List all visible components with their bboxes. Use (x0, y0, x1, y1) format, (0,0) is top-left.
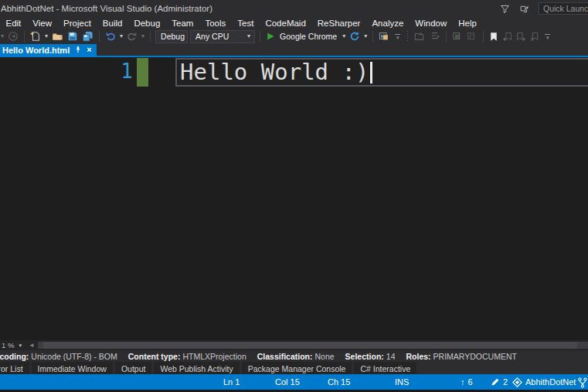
undo-dropdown-icon[interactable]: ▾ (119, 33, 124, 39)
navigate-to-definition-icon[interactable] (428, 29, 441, 43)
comment-selection-icon[interactable] (451, 29, 464, 43)
browser-link-refresh-icon[interactable] (348, 29, 361, 43)
panel-tabs: Error ListImmediate WindowOutputWeb Publ… (0, 362, 416, 374)
uncomment-selection-icon[interactable] (466, 29, 478, 43)
new-file-dropdown-icon[interactable]: ▾ (44, 33, 49, 39)
next-bookmark-icon[interactable] (515, 29, 527, 43)
save-all-icon[interactable] (81, 29, 94, 43)
menu-item-project[interactable]: Project (58, 19, 97, 28)
panel-tab-web-publish-activity[interactable]: Web Publish Activity (154, 362, 239, 374)
redo-icon[interactable] (126, 29, 138, 43)
menu-item-test[interactable]: Test (232, 19, 260, 28)
source-control-icon (512, 377, 522, 387)
scrollbar-thumb[interactable] (43, 342, 577, 349)
menu-item-codemaid[interactable]: CodeMaid (260, 19, 311, 28)
solution-platform-dropdown[interactable]: Any CPU ▾ (190, 30, 255, 43)
menu-item-help[interactable]: Help (453, 19, 483, 28)
info-value: PRIMARYDOCUMENT (433, 352, 517, 361)
tab-hello-world-html[interactable]: Hello World.html × (0, 44, 97, 56)
document-tab-strip: Hello World.html × (0, 44, 588, 56)
new-file-icon[interactable] (29, 29, 42, 43)
menu-item-team[interactable]: Team (166, 19, 199, 28)
menu-item-view[interactable]: View (27, 19, 58, 28)
toggle-bookmark-icon[interactable] (488, 29, 499, 43)
menu-item-tools[interactable]: Tools (199, 19, 232, 28)
toolbar-options-icon[interactable]: ▾ (395, 34, 400, 39)
line-number: 1 (114, 61, 133, 81)
pending-changes-button[interactable]: 2 (491, 377, 508, 387)
previous-bookmark-icon[interactable] (501, 29, 513, 43)
status-bar: Ln 1 Col 15 Ch 15 INS ↑ 6 2 AbhithDotNet (0, 374, 588, 390)
code-editor[interactable]: 1 Hello World :) (0, 56, 588, 340)
standard-toolbar: ▾ ▾ ▾ ▾ Debug ▾ Any C (0, 29, 588, 44)
info-label: Encoding: (0, 352, 29, 361)
pending-changes-count: 2 (503, 377, 508, 387)
save-icon[interactable] (66, 29, 79, 43)
info-value: None (315, 352, 335, 361)
info-label: Classification: (257, 352, 313, 361)
menu-item-debug[interactable]: Debug (128, 19, 166, 28)
toolbar-separator (483, 31, 484, 43)
info-label: Content type: (128, 352, 181, 361)
title-bar: AbhithDotNet - Microsoft Visual Studio (… (0, 0, 588, 17)
panel-tab-c#-interactive[interactable]: C# Interactive (354, 362, 416, 374)
navigate-backward-dropdown-icon[interactable]: ▾ (0, 33, 5, 39)
menu-item-window[interactable]: Window (410, 19, 453, 28)
info-value: 14 (386, 352, 396, 361)
browser-link-dropdown-icon[interactable]: ▾ (363, 33, 368, 39)
repository-name: AbhithDotNet (525, 377, 576, 387)
toolbar-separator (150, 31, 151, 43)
start-debugging-icon[interactable] (265, 29, 276, 43)
scroll-left-icon[interactable]: ◄ (25, 343, 38, 349)
send-feedback-icon[interactable] (518, 2, 531, 15)
info-encoding: Encoding:Unicode (UTF-8) - BOM (0, 352, 117, 361)
status-line[interactable]: Ln 1 (223, 377, 240, 387)
run-target-label[interactable]: Google Chrome (280, 32, 337, 41)
toolbar-drag-handle[interactable] (406, 31, 409, 43)
text-cursor (370, 62, 372, 84)
panel-tab-package-manager-console[interactable]: Package Manager Console (242, 362, 352, 374)
menu-item-analyze[interactable]: Analyze (366, 19, 410, 28)
navigate-forward-icon[interactable] (7, 29, 19, 43)
clear-bookmarks-icon[interactable] (529, 29, 541, 43)
menu-item-build[interactable]: Build (97, 19, 128, 28)
panel-tab-error-list[interactable]: Error List (0, 362, 29, 374)
quick-launch-box[interactable]: Quick Launch (Ctrl+Q) (539, 2, 588, 15)
menu-item-edit[interactable]: Edit (0, 19, 27, 28)
panel-tab-output[interactable]: Output (115, 362, 152, 374)
panel-tab-immediate-window[interactable]: Immediate Window (32, 362, 113, 374)
status-insert-mode[interactable]: INS (395, 377, 409, 387)
status-column[interactable]: Col 15 (275, 377, 300, 387)
zoom-value: 1 % (2, 341, 14, 349)
keep-tab-open-icon[interactable] (413, 29, 426, 43)
tab-label: Hello World.html (2, 46, 70, 55)
info-value: Unicode (UTF-8) - BOM (31, 352, 117, 361)
vs-window: AbhithDotNet - Microsoft Visual Studio (… (0, 0, 588, 392)
editor-zoom-dropdown[interactable]: 1 % ▾ (0, 340, 25, 350)
active-document-border (0, 56, 588, 57)
browse-with-icon[interactable] (378, 29, 391, 43)
outgoing-commits-button[interactable]: ↑ 6 (461, 377, 473, 387)
menu-item-resharper[interactable]: ReSharper (311, 19, 366, 28)
toolbar-separator (446, 31, 447, 43)
close-icon[interactable]: × (87, 46, 91, 54)
notifications-filter-icon[interactable] (498, 2, 511, 15)
toolbar-separator (260, 31, 260, 43)
run-target-dropdown-icon[interactable]: ▾ (342, 33, 346, 39)
pencil-icon (491, 377, 500, 387)
document-info-bar: Encoding:Unicode (UTF-8) - BOMContent ty… (0, 352, 517, 361)
pin-icon[interactable] (74, 46, 82, 54)
toolbar-overflow-icon[interactable]: ▾ (545, 34, 550, 39)
solution-configuration-dropdown[interactable]: Debug ▾ (155, 30, 188, 43)
undo-icon[interactable] (104, 29, 117, 43)
code-text: Hello World :) (180, 61, 369, 84)
redo-dropdown-icon[interactable]: ▾ (141, 33, 145, 39)
horizontal-scrollbar[interactable] (38, 342, 588, 349)
status-character[interactable]: Ch 15 (328, 377, 350, 387)
window-title: AbhithDotNet - Microsoft Visual Studio (… (1, 4, 212, 13)
repository-button[interactable]: AbhithDotNet (512, 377, 576, 387)
branch-icon[interactable] (577, 377, 588, 388)
platform-value: Any CPU (195, 32, 229, 41)
open-folder-icon[interactable] (51, 29, 64, 43)
current-line-highlight: Hello World :) (175, 58, 588, 87)
